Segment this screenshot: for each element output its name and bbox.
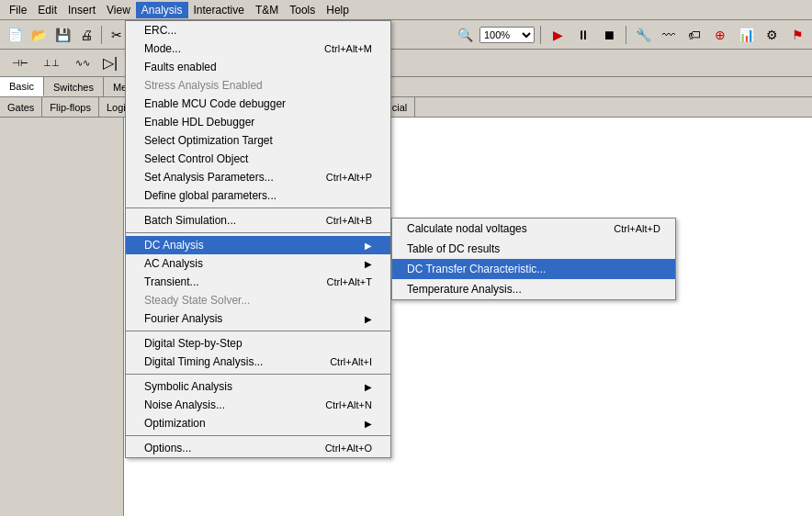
submenu-table-dc[interactable]: Table of DC results xyxy=(392,239,675,259)
analysis-dropdown: ERC... Mode... Ctrl+Alt+M Faults enabled… xyxy=(125,20,391,458)
menu-stress: Stress Analysis Enabled xyxy=(126,76,390,95)
resistor-btn[interactable]: ⊣⊢ xyxy=(6,52,35,74)
probe-btn[interactable]: ⊕ xyxy=(709,24,731,46)
menu-edit[interactable]: Edit xyxy=(32,2,62,18)
sep-after-global xyxy=(126,208,390,208)
scope-btn[interactable]: 📊 xyxy=(735,24,757,46)
menu-tools[interactable]: Tools xyxy=(284,2,321,18)
menu-transient[interactable]: Transient... Ctrl+Alt+T xyxy=(126,273,390,291)
zoom-in-btn[interactable]: 🔍 xyxy=(454,24,476,46)
menu-hdl[interactable]: Enable HDL Debugger xyxy=(126,113,390,131)
menu-analysis-params[interactable]: Set Analysis Parameters... Ctrl+Alt+P xyxy=(126,168,390,186)
wire-btn[interactable]: 〰 xyxy=(658,24,680,46)
menu-dc-analysis[interactable]: DC Analysis ▶ xyxy=(126,236,390,254)
comp-tab-flipflops[interactable]: Flip-flops xyxy=(42,97,99,117)
menu-help[interactable]: Help xyxy=(321,2,355,18)
ac-arrow: ▶ xyxy=(365,259,372,269)
menu-ctrl-obj[interactable]: Select Control Object xyxy=(126,150,390,168)
menu-file[interactable]: File xyxy=(4,2,32,18)
zoom-select[interactable]: 100% 50% 75% 150% 200% xyxy=(479,27,535,43)
optimization-arrow: ▶ xyxy=(365,419,372,429)
tabs-row: Basic Switches Meter xyxy=(0,77,812,97)
menu-noise[interactable]: Noise Analysis... Ctrl+Alt+N xyxy=(126,396,390,414)
submenu-temp-analysis[interactable]: Temperature Analysis... xyxy=(392,279,675,299)
left-panel xyxy=(0,118,124,516)
sep5 xyxy=(626,26,626,44)
new-btn[interactable]: 📄 xyxy=(4,24,26,46)
menu-faults[interactable]: Faults enabled xyxy=(126,58,390,76)
label-btn[interactable]: 🏷 xyxy=(683,24,705,46)
menu-mcu[interactable]: Enable MCU Code debugger xyxy=(126,95,390,113)
comp-tab-gates[interactable]: Gates xyxy=(0,97,42,117)
menu-global-params[interactable]: Define global parameters... xyxy=(126,186,390,205)
sep-after-digital xyxy=(126,374,390,375)
menu-interactive[interactable]: Interactive xyxy=(188,2,250,18)
main-content xyxy=(0,118,812,516)
menu-symbolic[interactable]: Symbolic Analysis ▶ xyxy=(126,377,390,396)
menu-view[interactable]: View xyxy=(101,2,136,18)
toolbar-components: ⊣⊢ ⊥⊥ ∿∿ ▷| ⊳| △ V+ I↑ ⏚ xyxy=(0,50,812,77)
symbolic-arrow: ▶ xyxy=(365,382,372,392)
sep-after-opt xyxy=(126,435,390,436)
menu-fourier[interactable]: Fourier Analysis ▶ xyxy=(126,309,390,328)
menu-digital-timing[interactable]: Digital Timing Analysis... Ctrl+Alt+I xyxy=(126,353,390,371)
menu-tm[interactable]: T&M xyxy=(250,2,284,18)
menu-opt-target[interactable]: Select Optimization Target xyxy=(126,131,390,150)
submenu-calc-nodal[interactable]: Calculate nodal voltages Ctrl+Alt+D xyxy=(392,219,675,239)
tab-basic[interactable]: Basic xyxy=(0,77,44,96)
sep1 xyxy=(101,26,102,44)
menu-digital-step[interactable]: Digital Step-by-Step xyxy=(126,334,390,353)
run-btn[interactable]: ▶ xyxy=(547,24,569,46)
sep4 xyxy=(540,26,541,44)
toolbar-main: 📄 📂 💾 🖨 ✂ 📋 📌 ↩ ↪ 🔍 100% 50% 75% 150% 20… xyxy=(0,20,812,50)
menu-optimization[interactable]: Optimization ▶ xyxy=(126,414,390,432)
menu-analysis[interactable]: Analysis xyxy=(136,2,188,18)
open-btn[interactable]: 📂 xyxy=(28,24,50,46)
dc-arrow: ▶ xyxy=(365,241,372,251)
fourier-arrow: ▶ xyxy=(365,314,372,324)
menu-erc[interactable]: ERC... xyxy=(126,21,390,39)
comp-tabs: Gates Flip-flops Logic ICs-MCUs AD/DA-55… xyxy=(0,97,812,118)
print-btn[interactable]: 🖨 xyxy=(75,24,97,46)
diode-btn[interactable]: ▷| xyxy=(99,52,121,74)
menu-options[interactable]: Options... Ctrl+Alt+O xyxy=(126,439,390,457)
stop-btn[interactable]: ⏹ xyxy=(598,24,620,46)
component-btn[interactable]: 🔧 xyxy=(632,24,654,46)
flag-btn[interactable]: ⚑ xyxy=(786,24,808,46)
menu-mode[interactable]: Mode... Ctrl+Alt+M xyxy=(126,39,390,58)
tab-switches[interactable]: Switches xyxy=(44,77,104,96)
menu-steady: Steady State Solver... xyxy=(126,291,390,309)
save-btn[interactable]: 💾 xyxy=(51,24,73,46)
menubar: File Edit Insert View Analysis Interacti… xyxy=(0,0,812,20)
submenu-dc-transfer[interactable]: DC Transfer Characteristic... xyxy=(392,259,675,279)
menu-batch[interactable]: Batch Simulation... Ctrl+Alt+B xyxy=(126,211,390,230)
menu-insert[interactable]: Insert xyxy=(62,2,101,18)
menu-ac-analysis[interactable]: AC Analysis ▶ xyxy=(126,254,390,273)
sep-after-batch xyxy=(126,232,390,233)
pause-btn[interactable]: ⏸ xyxy=(572,24,594,46)
dc-submenu: Calculate nodal voltages Ctrl+Alt+D Tabl… xyxy=(391,218,676,300)
inductor-btn[interactable]: ∿∿ xyxy=(68,52,97,74)
sep-after-fourier xyxy=(126,331,390,331)
settings-btn[interactable]: ⚙ xyxy=(761,24,783,46)
capacitor-btn[interactable]: ⊥⊥ xyxy=(37,52,66,74)
